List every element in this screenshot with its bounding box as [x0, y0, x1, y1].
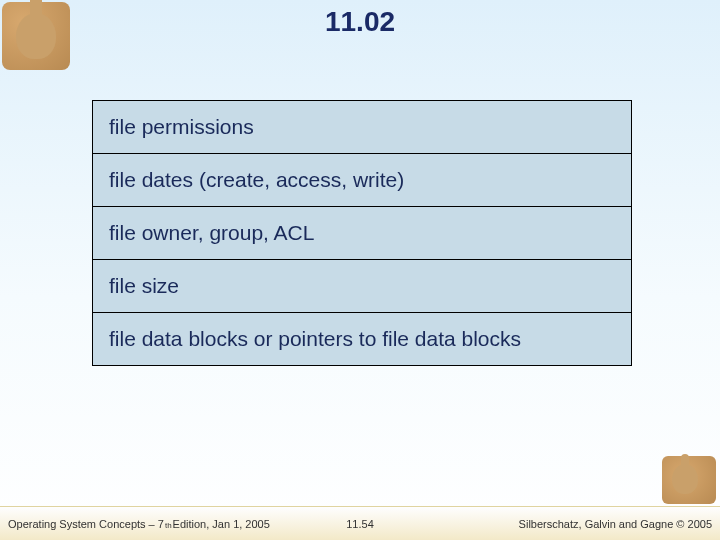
fcb-table: file permissions file dates (create, acc…	[92, 100, 632, 366]
table-row: file data blocks or pointers to file dat…	[93, 313, 631, 365]
table-row: file dates (create, access, write)	[93, 154, 631, 207]
slide-title: 11.02	[0, 6, 720, 38]
table-row: file permissions	[93, 101, 631, 154]
footer-left-text: Operating System Concepts – 7th Edition,…	[8, 518, 270, 530]
table-row: file owner, group, ACL	[93, 207, 631, 260]
slide-number: 11.54	[346, 518, 374, 530]
book-title-suffix: Edition, Jan 1, 2005	[173, 518, 270, 530]
book-title-prefix: Operating System Concepts – 7	[8, 518, 164, 530]
copyright-text: Silberschatz, Galvin and Gagne © 2005	[519, 518, 712, 530]
dinosaur-icon	[672, 464, 698, 494]
table-row: file size	[93, 260, 631, 313]
slide-footer: Operating System Concepts – 7th Edition,…	[0, 506, 720, 540]
ordinal-sup: th	[165, 521, 172, 530]
dinosaur-logo-bottom	[662, 456, 716, 504]
